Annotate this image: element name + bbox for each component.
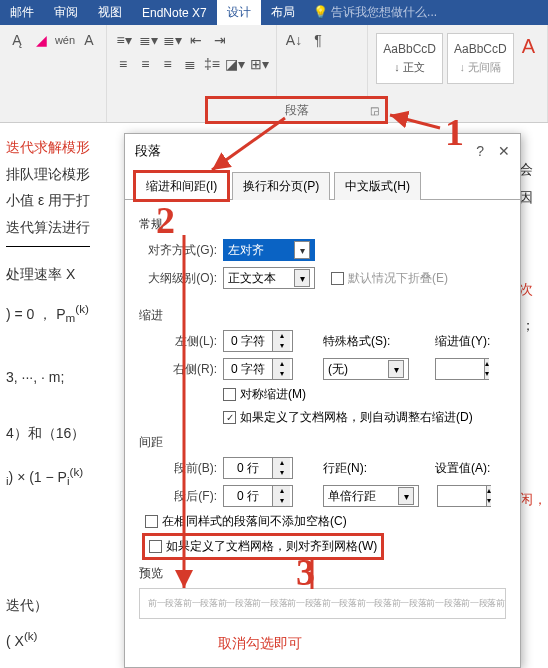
close-button[interactable]: ✕ bbox=[498, 143, 510, 159]
at-spinner[interactable]: ▴▾ bbox=[437, 485, 491, 507]
tab-design[interactable]: 设计 bbox=[217, 0, 261, 25]
space-before-label: 段前(B): bbox=[139, 460, 217, 477]
left-indent-label: 左侧(L): bbox=[139, 333, 217, 350]
tell-me[interactable]: 💡 告诉我您想做什么... bbox=[305, 4, 437, 21]
shading-icon[interactable]: ◪▾ bbox=[226, 55, 244, 73]
space-after-spinner[interactable]: ▴▾ bbox=[223, 485, 293, 507]
chevron-down-icon[interactable]: ▾ bbox=[398, 487, 414, 505]
collapse-checkbox: 默认情况下折叠(E) bbox=[331, 270, 448, 287]
style-name: ↓ 无间隔 bbox=[454, 60, 507, 75]
tab-line-page-breaks[interactable]: 换行和分页(P) bbox=[232, 172, 330, 200]
tab-layout[interactable]: 布局 bbox=[261, 0, 305, 25]
snap-to-grid-checkbox[interactable]: 如果定义了文档网格，则对齐到网格(W) bbox=[149, 538, 377, 555]
line-spacing-label: 行距(N): bbox=[323, 460, 379, 477]
ribbon-tabs: 邮件 审阅 视图 EndNote X7 设计 布局 💡 告诉我您想做什么... bbox=[0, 0, 548, 25]
chevron-down-icon[interactable]: ▾ bbox=[294, 241, 310, 259]
justify-icon[interactable]: ≣ bbox=[182, 55, 198, 73]
font-color-icon[interactable]: A bbox=[518, 31, 539, 84]
style-sample: AaBbCcD bbox=[454, 42, 507, 56]
mirror-indent-checkbox[interactable]: 对称缩进(M) bbox=[223, 386, 306, 403]
paragraph-launcher[interactable]: 段落 ◲ bbox=[205, 96, 388, 124]
align-right-icon[interactable]: ≡ bbox=[159, 55, 175, 73]
sort-icon[interactable]: A↓ bbox=[285, 31, 303, 49]
section-indent: 缩进 bbox=[139, 307, 506, 324]
char-border-icon[interactable]: A bbox=[80, 31, 98, 49]
outline-label: 大纲级别(O): bbox=[139, 270, 217, 287]
tab-mail[interactable]: 邮件 bbox=[0, 0, 44, 25]
document-body: 迭代求解模形 排队理论模形终会 小值 ε 用于打。因 迭代算法进行 处理速率 X… bbox=[0, 128, 96, 660]
section-general: 常规 bbox=[139, 216, 506, 233]
by-spinner[interactable]: ▴▾ bbox=[435, 358, 489, 380]
phonetic-icon[interactable]: wén bbox=[56, 31, 74, 49]
section-spacing: 间距 bbox=[139, 434, 506, 451]
align-center-icon[interactable]: ≡ bbox=[137, 55, 153, 73]
section-preview: 预览 bbox=[139, 565, 506, 582]
tab-endnote[interactable]: EndNote X7 bbox=[132, 2, 217, 24]
paste-icon[interactable]: Ą bbox=[8, 31, 26, 49]
help-button[interactable]: ? bbox=[476, 143, 484, 159]
style-normal[interactable]: AaBbCcD ↓ 正文 bbox=[376, 33, 443, 84]
chevron-down-icon[interactable]: ▾ bbox=[388, 360, 404, 378]
preview-box: 前一段落前一段落前一段落前一段落前一段落前一段落前一段落前一段落前一段落前一段落… bbox=[139, 588, 506, 619]
special-select[interactable]: (无)▾ bbox=[323, 358, 409, 380]
styles-gallery[interactable]: AaBbCcD ↓ 正文 AaBbCcD ↓ 无间隔 A bbox=[376, 31, 539, 84]
tab-indent-spacing[interactable]: 缩进和间距(I) bbox=[135, 172, 228, 200]
auto-adjust-grid-checkbox[interactable]: 如果定义了文档网格，则自动调整右缩进(D) bbox=[223, 409, 473, 426]
alignment-label: 对齐方式(G): bbox=[139, 242, 217, 259]
outline-select[interactable]: 正文文本▾ bbox=[223, 267, 315, 289]
right-indent-label: 右侧(R): bbox=[139, 361, 217, 378]
style-sample: AaBbCcD bbox=[383, 42, 436, 56]
right-indent-spinner[interactable]: ▴▾ bbox=[223, 358, 293, 380]
alignment-select[interactable]: 左对齐▾ bbox=[223, 239, 315, 261]
style-nospacing[interactable]: AaBbCcD ↓ 无间隔 bbox=[447, 33, 514, 84]
no-space-same-style-checkbox[interactable]: 在相同样式的段落间不添加空格(C) bbox=[145, 513, 347, 530]
eraser-icon[interactable]: ◢ bbox=[32, 31, 50, 49]
by-label: 缩进值(Y): bbox=[435, 333, 490, 350]
paragraph-launcher-label: 段落 bbox=[285, 102, 309, 119]
dialog-launcher-icon[interactable]: ◲ bbox=[370, 105, 379, 116]
align-left-icon[interactable]: ≡ bbox=[115, 55, 131, 73]
style-name: ↓ 正文 bbox=[383, 60, 436, 75]
space-after-label: 段后(F): bbox=[139, 488, 217, 505]
dialog-title: 段落 bbox=[135, 142, 161, 160]
outdent-icon[interactable]: ⇤ bbox=[187, 31, 205, 49]
dialog-titlebar: 段落 ? ✕ bbox=[125, 134, 520, 168]
space-before-spinner[interactable]: ▴▾ bbox=[223, 457, 293, 479]
at-label: 设置值(A): bbox=[435, 460, 490, 477]
bullets-icon[interactable]: ≡▾ bbox=[115, 31, 133, 49]
special-label: 特殊格式(S): bbox=[323, 333, 395, 350]
borders-icon[interactable]: ⊞▾ bbox=[250, 55, 268, 73]
tab-view[interactable]: 视图 bbox=[88, 0, 132, 25]
numbering-icon[interactable]: ≣▾ bbox=[139, 31, 157, 49]
show-marks-icon[interactable]: ¶ bbox=[309, 31, 327, 49]
multilevel-icon[interactable]: ≣▾ bbox=[163, 31, 181, 49]
indent-icon[interactable]: ⇥ bbox=[211, 31, 229, 49]
chevron-down-icon[interactable]: ▾ bbox=[294, 269, 310, 287]
tab-review[interactable]: 审阅 bbox=[44, 0, 88, 25]
left-indent-spinner[interactable]: ▴▾ bbox=[223, 330, 293, 352]
paragraph-dialog: 段落 ? ✕ 缩进和间距(I) 换行和分页(P) 中文版式(H) 常规 对齐方式… bbox=[124, 133, 521, 668]
tab-asian-typography[interactable]: 中文版式(H) bbox=[334, 172, 421, 200]
line-spacing-icon[interactable]: ‡≡ bbox=[204, 55, 220, 73]
line-spacing-select[interactable]: 单倍行距▾ bbox=[323, 485, 419, 507]
